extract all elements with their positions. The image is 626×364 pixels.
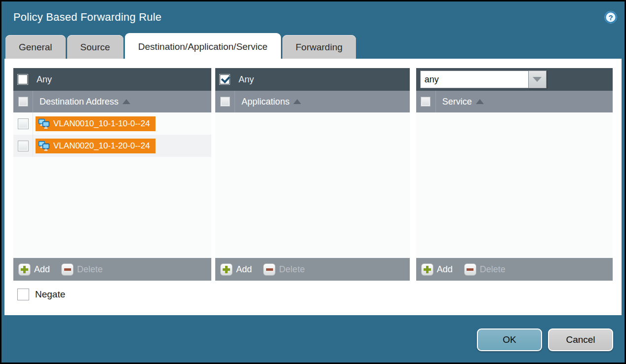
add-button-label: Add xyxy=(437,264,453,275)
delete-button-label: Delete xyxy=(77,264,103,275)
applications-any-checkbox[interactable] xyxy=(219,74,230,85)
destination-column-label: Destination Address xyxy=(39,97,118,107)
table-row: VLAN0020_10-1-20-0--24 xyxy=(13,135,211,157)
applications-column-title[interactable]: Applications xyxy=(241,97,301,107)
applications-select-all-checkbox[interactable] xyxy=(220,97,230,107)
svg-text:?: ? xyxy=(608,13,613,22)
network-address-icon xyxy=(38,141,50,151)
service-column-title[interactable]: Service xyxy=(442,97,484,107)
table-row: VLAN0010_10-1-10-0--24 xyxy=(13,112,211,135)
applications-column-header: Applications xyxy=(215,91,409,112)
address-object-label: VLAN0020_10-1-20-0--24 xyxy=(53,141,150,151)
destination-any-bar: Any xyxy=(13,68,211,91)
delete-button-label: Delete xyxy=(480,264,506,275)
dialog-title: Policy Based Forwarding Rule xyxy=(13,11,161,24)
applications-select-all-cell xyxy=(215,91,235,112)
tab-general[interactable]: General xyxy=(5,35,66,59)
dialog-titlebar: Policy Based Forwarding Rule ? xyxy=(1,1,625,33)
negate-label: Negate xyxy=(35,289,65,300)
destination-address-panel: Any Destination Address xyxy=(13,68,211,281)
add-button[interactable]: Add xyxy=(18,263,50,276)
applications-any-label: Any xyxy=(238,74,254,85)
add-button[interactable]: Add xyxy=(421,263,453,276)
destination-select-all-cell xyxy=(13,91,33,112)
service-any-bar xyxy=(416,68,613,91)
service-select-all-checkbox[interactable] xyxy=(421,97,430,107)
service-select-all-cell xyxy=(416,91,436,112)
destination-column-header: Destination Address xyxy=(13,91,211,112)
negate-checkbox[interactable] xyxy=(17,289,29,300)
address-object-chip[interactable]: VLAN0020_10-1-20-0--24 xyxy=(36,139,156,153)
destination-column-title[interactable]: Destination Address xyxy=(39,97,130,107)
row-checkbox[interactable] xyxy=(18,141,29,151)
row-checkbox[interactable] xyxy=(18,118,29,129)
destination-any-checkbox[interactable] xyxy=(17,74,28,85)
row-checkbox-cell xyxy=(13,135,33,157)
panels-row: Any Destination Address xyxy=(13,68,613,281)
service-dropdown xyxy=(420,71,547,88)
applications-any-bar: Any xyxy=(215,68,409,91)
sort-ascending-icon xyxy=(293,99,301,104)
delete-icon xyxy=(263,263,275,276)
sort-ascending-icon xyxy=(122,99,130,104)
delete-button[interactable]: Delete xyxy=(61,263,103,276)
chevron-down-icon xyxy=(533,77,542,82)
dialog-actions: OK Cancel xyxy=(477,328,613,351)
policy-based-forwarding-dialog: Policy Based Forwarding Rule ? General S… xyxy=(1,1,625,363)
network-address-icon xyxy=(38,118,50,129)
add-icon xyxy=(220,263,233,276)
address-object-label: VLAN0010_10-1-10-0--24 xyxy=(53,119,150,129)
applications-list xyxy=(215,112,409,258)
applications-column-label: Applications xyxy=(241,97,289,107)
row-checkbox-cell xyxy=(13,112,33,135)
service-toolbar: Add Delete xyxy=(416,258,613,281)
ok-button[interactable]: OK xyxy=(477,328,542,351)
cancel-button[interactable]: Cancel xyxy=(548,328,613,351)
add-button[interactable]: Add xyxy=(220,263,252,276)
applications-panel: Any Applications xyxy=(215,68,409,281)
destination-select-all-checkbox[interactable] xyxy=(18,97,28,107)
help-icon[interactable]: ? xyxy=(604,10,618,24)
tab-forwarding[interactable]: Forwarding xyxy=(282,35,356,59)
service-dropdown-input[interactable] xyxy=(420,71,529,88)
add-button-label: Add xyxy=(34,264,50,275)
sort-ascending-icon xyxy=(476,99,484,104)
tab-destination-application-service[interactable]: Destination/Application/Service xyxy=(125,33,281,59)
destination-any-label: Any xyxy=(37,74,52,85)
delete-icon xyxy=(464,263,476,276)
service-list xyxy=(416,112,613,258)
service-dropdown-button[interactable] xyxy=(529,71,547,88)
tab-content: Any Destination Address xyxy=(4,59,622,315)
dialog-tabs: General Source Destination/Application/S… xyxy=(1,33,625,59)
delete-button-label: Delete xyxy=(279,264,305,275)
destination-list: VLAN0010_10-1-10-0--24 xyxy=(13,112,211,258)
negate-option: Negate xyxy=(17,289,613,300)
address-object-chip[interactable]: VLAN0010_10-1-10-0--24 xyxy=(36,116,156,131)
tab-source[interactable]: Source xyxy=(67,35,123,59)
delete-button[interactable]: Delete xyxy=(263,263,305,276)
service-column-label: Service xyxy=(442,97,472,107)
add-button-label: Add xyxy=(236,264,252,275)
add-icon xyxy=(18,263,31,276)
applications-toolbar: Add Delete xyxy=(215,258,409,281)
service-panel: Service Add Delete xyxy=(416,68,613,281)
delete-icon xyxy=(61,263,74,276)
delete-button[interactable]: Delete xyxy=(464,263,506,276)
screen-frame: Policy Based Forwarding Rule ? General S… xyxy=(0,0,626,364)
service-column-header: Service xyxy=(416,91,613,112)
add-icon xyxy=(421,263,433,276)
destination-toolbar: Add Delete xyxy=(13,258,211,281)
